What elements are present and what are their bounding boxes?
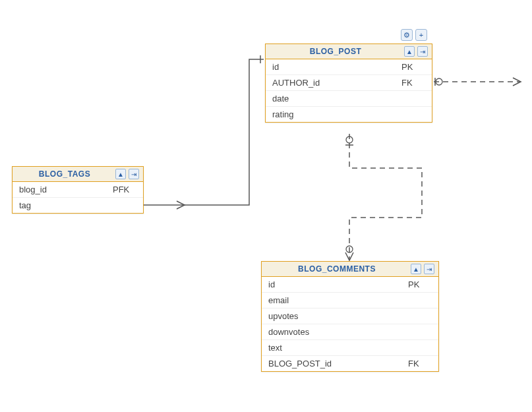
column-key: PK xyxy=(408,280,432,289)
column-name: AUTHOR_id xyxy=(272,78,401,88)
column-key: FK xyxy=(401,78,425,88)
table-row[interactable]: BLOG_POST_id FK xyxy=(262,356,438,371)
entity-toolbar: ⚙ + xyxy=(401,29,427,41)
column-key xyxy=(401,94,425,103)
table-row[interactable]: email xyxy=(262,293,438,309)
table-row[interactable]: tag xyxy=(13,198,143,213)
svg-point-5 xyxy=(346,246,353,252)
table-row[interactable]: AUTHOR_id FK xyxy=(266,75,432,91)
entity-body: blog_id PFK tag xyxy=(13,182,143,213)
column-name: BLOG_POST_id xyxy=(268,359,408,368)
column-name: downvotes xyxy=(268,327,408,337)
column-key: PK xyxy=(401,62,425,72)
entity-body: id PK AUTHOR_id FK date rating xyxy=(266,59,432,122)
table-row[interactable]: text xyxy=(262,340,438,356)
column-name: id xyxy=(268,280,408,289)
entity-title: BLOG_POST xyxy=(270,47,401,56)
column-key xyxy=(401,109,425,119)
svg-point-3 xyxy=(346,136,353,143)
details-icon[interactable]: ⇥ xyxy=(424,264,434,274)
gear-icon[interactable]: ⚙ xyxy=(401,29,413,41)
entity-header[interactable]: BLOG_COMMENTS ▲ ⇥ xyxy=(262,262,438,277)
column-name: blog_id xyxy=(19,185,113,194)
table-row[interactable]: date xyxy=(266,91,432,107)
entity-title: BLOG_TAGS xyxy=(16,169,113,179)
table-row[interactable]: id PK xyxy=(266,59,432,75)
details-icon[interactable]: ⇥ xyxy=(129,169,139,179)
collapse-icon[interactable]: ▲ xyxy=(404,46,415,57)
plus-icon[interactable]: + xyxy=(415,29,427,41)
table-row[interactable]: id PK xyxy=(262,277,438,293)
column-key xyxy=(408,295,432,305)
entity-blog-post[interactable]: BLOG_POST ▲ ⇥ id PK AUTHOR_id FK date ra… xyxy=(265,44,432,123)
collapse-icon[interactable]: ▲ xyxy=(115,169,126,179)
column-key xyxy=(408,311,432,321)
erd-canvas[interactable]: ⚙ + BLOG_POST ▲ ⇥ id PK AUTHOR_id FK dat… xyxy=(0,0,532,412)
column-key: FK xyxy=(408,359,432,368)
collapse-icon[interactable]: ▲ xyxy=(411,264,421,274)
table-row[interactable]: downvotes xyxy=(262,324,438,340)
details-icon[interactable]: ⇥ xyxy=(417,46,428,57)
column-key xyxy=(113,200,136,210)
column-key xyxy=(408,343,432,353)
entity-title: BLOG_COMMENTS xyxy=(266,264,408,274)
entity-header[interactable]: BLOG_POST ▲ ⇥ xyxy=(266,44,432,59)
table-row[interactable]: blog_id PFK xyxy=(13,182,143,198)
entity-blog-comments[interactable]: BLOG_COMMENTS ▲ ⇥ id PK email upvotes do… xyxy=(261,261,439,372)
table-row[interactable]: upvotes xyxy=(262,309,438,324)
column-name: id xyxy=(272,62,401,72)
column-name: rating xyxy=(272,109,401,119)
entity-body: id PK email upvotes downvotes text BLOG_… xyxy=(262,277,438,371)
column-key xyxy=(408,327,432,337)
column-name: date xyxy=(272,94,401,103)
column-key: PFK xyxy=(113,185,136,194)
entity-blog-tags[interactable]: BLOG_TAGS ▲ ⇥ blog_id PFK tag xyxy=(12,166,144,214)
svg-point-1 xyxy=(436,78,442,85)
table-row[interactable]: rating xyxy=(266,107,432,122)
column-name: email xyxy=(268,295,408,305)
entity-header[interactable]: BLOG_TAGS ▲ ⇥ xyxy=(13,167,143,182)
column-name: tag xyxy=(19,200,113,210)
column-name: upvotes xyxy=(268,311,408,321)
column-name: text xyxy=(268,343,408,353)
